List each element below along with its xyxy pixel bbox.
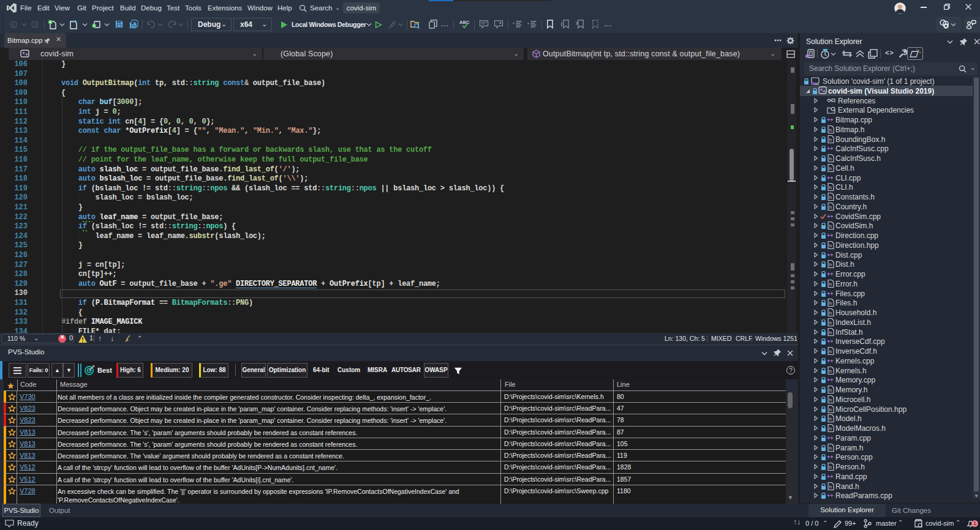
svg-text:h: h bbox=[829, 223, 832, 229]
svg-text:h: h bbox=[829, 387, 832, 393]
svg-text:++: ++ bbox=[827, 435, 834, 441]
svg-text:++: ++ bbox=[827, 358, 834, 364]
svg-text:h: h bbox=[829, 349, 832, 354]
svg-text:h: h bbox=[829, 416, 832, 422]
svg-text:h: h bbox=[829, 195, 832, 200]
svg-text:++: ++ bbox=[827, 338, 834, 345]
svg-text:++: ++ bbox=[827, 291, 834, 297]
svg-text:h: h bbox=[829, 156, 832, 162]
svg-text:++: ++ bbox=[827, 146, 834, 152]
svg-text:h: h bbox=[829, 465, 832, 470]
svg-text:h: h bbox=[829, 166, 832, 171]
svg-text:h: h bbox=[829, 243, 832, 248]
svg-text:++: ++ bbox=[827, 252, 834, 258]
svg-text:h: h bbox=[829, 407, 832, 412]
svg-text:h: h bbox=[829, 426, 832, 431]
svg-text:++: ++ bbox=[827, 474, 834, 480]
svg-text:++: ++ bbox=[827, 454, 834, 460]
svg-text:h: h bbox=[829, 368, 832, 374]
svg-text:h: h bbox=[829, 330, 832, 335]
svg-text:h: h bbox=[829, 282, 832, 287]
svg-text:h: h bbox=[829, 397, 832, 403]
svg-text:++: ++ bbox=[827, 214, 834, 220]
svg-text:++: ++ bbox=[827, 377, 834, 383]
svg-text:h: h bbox=[829, 484, 832, 490]
svg-text:++: ++ bbox=[827, 175, 834, 181]
svg-text:++: ++ bbox=[827, 233, 834, 239]
svg-text:h: h bbox=[829, 262, 832, 267]
svg-text:h: h bbox=[829, 185, 832, 190]
svg-text:h: h bbox=[829, 137, 832, 143]
svg-text:++: ++ bbox=[827, 493, 834, 499]
svg-text:h: h bbox=[829, 446, 832, 451]
svg-text:h: h bbox=[829, 310, 832, 316]
svg-text:++: ++ bbox=[827, 271, 834, 277]
svg-text:h: h bbox=[829, 320, 832, 326]
svg-text:h: h bbox=[829, 300, 832, 306]
svg-text:h: h bbox=[829, 127, 832, 133]
svg-text:h: h bbox=[829, 204, 832, 210]
svg-text:++: ++ bbox=[827, 117, 834, 123]
